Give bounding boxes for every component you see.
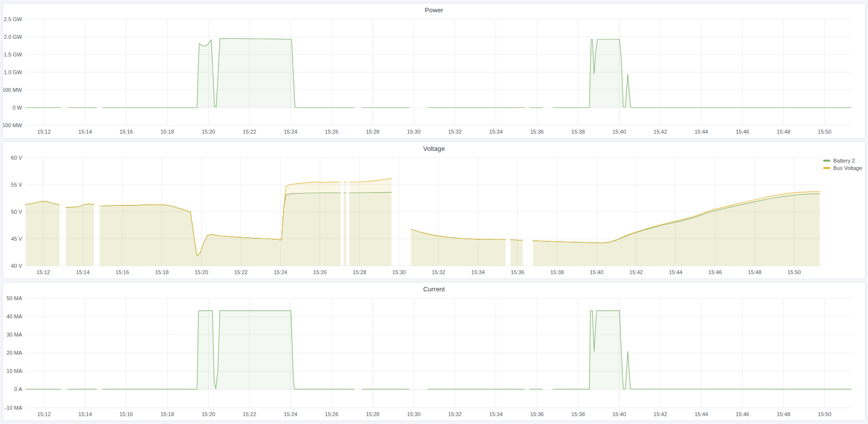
svg-text:0 W: 0 W <box>12 105 22 111</box>
current-chart[interactable]: 15:1215:1415:1615:1815:2015:2215:2415:26… <box>3 295 865 421</box>
svg-text:15:32: 15:32 <box>432 269 446 275</box>
svg-text:15:24: 15:24 <box>274 269 287 275</box>
svg-text:15:26: 15:26 <box>313 269 327 275</box>
svg-text:15:50: 15:50 <box>818 129 832 135</box>
svg-text:15:46: 15:46 <box>736 129 750 135</box>
svg-text:15:40: 15:40 <box>613 129 626 135</box>
svg-text:15:20: 15:20 <box>201 129 215 135</box>
svg-text:15:24: 15:24 <box>284 129 298 135</box>
legend: Battery 2 Bus Voltage <box>823 158 862 171</box>
svg-text:15:28: 15:28 <box>366 129 380 135</box>
svg-text:40 MA: 40 MA <box>6 313 22 319</box>
panel-current: Current 15:1215:1415:1615:1815:2015:2215… <box>2 282 866 421</box>
svg-text:15:14: 15:14 <box>79 129 92 135</box>
svg-text:50 V: 50 V <box>11 209 22 215</box>
svg-text:15:30: 15:30 <box>392 269 406 275</box>
panel-title-current[interactable]: Current <box>3 283 865 295</box>
svg-text:15:22: 15:22 <box>243 129 256 135</box>
svg-text:15:46: 15:46 <box>736 411 750 417</box>
svg-text:15:16: 15:16 <box>119 411 133 417</box>
power-chart[interactable]: 15:1215:1415:1615:1815:2015:2215:2415:26… <box>3 16 865 138</box>
svg-text:1.0 GW: 1.0 GW <box>4 69 23 75</box>
legend-label-bus-voltage: Bus Voltage <box>833 165 862 171</box>
svg-text:15:50: 15:50 <box>787 269 801 275</box>
voltage-chart[interactable]: 15:1215:1415:1615:1815:2015:2215:2415:26… <box>3 155 865 279</box>
svg-text:15:38: 15:38 <box>571 129 585 135</box>
legend-label-battery-2: Battery 2 <box>833 158 855 164</box>
svg-text:15:32: 15:32 <box>448 411 462 417</box>
svg-text:15:44: 15:44 <box>695 411 708 417</box>
battery-2-series-swatch <box>823 160 830 162</box>
svg-text:15:40: 15:40 <box>590 269 604 275</box>
svg-text:45 V: 45 V <box>11 236 22 242</box>
svg-text:15:42: 15:42 <box>653 129 667 135</box>
svg-text:2.0 GW: 2.0 GW <box>4 34 23 40</box>
svg-text:15:48: 15:48 <box>748 269 762 275</box>
svg-text:15:34: 15:34 <box>471 269 485 275</box>
svg-text:15:42: 15:42 <box>629 269 643 275</box>
svg-text:15:22: 15:22 <box>243 411 256 417</box>
svg-text:15:36: 15:36 <box>511 269 525 275</box>
svg-text:10 MA: 10 MA <box>6 368 22 374</box>
svg-text:15:12: 15:12 <box>37 411 51 417</box>
svg-text:15:44: 15:44 <box>669 269 683 275</box>
legend-item-bus-voltage[interactable]: Bus Voltage <box>823 165 862 171</box>
svg-text:15:48: 15:48 <box>777 411 790 417</box>
svg-text:15:20: 15:20 <box>195 269 208 275</box>
svg-text:30 MA: 30 MA <box>6 332 22 338</box>
svg-text:15:18: 15:18 <box>155 269 169 275</box>
svg-text:15:30: 15:30 <box>407 129 421 135</box>
svg-text:15:16: 15:16 <box>115 269 129 275</box>
legend-item-battery-2[interactable]: Battery 2 <box>823 158 862 164</box>
svg-text:50 MA: 50 MA <box>6 295 22 301</box>
panel-power: Power 15:1215:1415:1615:1815:2015:2215:2… <box>2 3 866 139</box>
svg-text:15:36: 15:36 <box>530 411 544 417</box>
svg-text:15:44: 15:44 <box>695 129 708 135</box>
svg-text:15:26: 15:26 <box>325 411 338 417</box>
bus-voltage-series-swatch <box>823 167 830 169</box>
svg-text:15:28: 15:28 <box>366 411 380 417</box>
svg-text:15:38: 15:38 <box>550 269 564 275</box>
svg-text:55 V: 55 V <box>11 182 22 188</box>
svg-text:15:14: 15:14 <box>79 411 92 417</box>
svg-text:15:50: 15:50 <box>818 411 832 417</box>
svg-text:500 MW: 500 MW <box>3 87 23 93</box>
svg-text:15:12: 15:12 <box>36 269 50 275</box>
svg-text:15:34: 15:34 <box>489 129 503 135</box>
svg-text:15:18: 15:18 <box>161 129 174 135</box>
svg-text:1.5 GW: 1.5 GW <box>4 52 23 57</box>
svg-text:-10 MA: -10 MA <box>5 405 23 411</box>
panel-title-voltage[interactable]: Voltage <box>3 142 865 155</box>
svg-text:20 MA: 20 MA <box>6 350 22 356</box>
svg-text:15:22: 15:22 <box>234 269 248 275</box>
svg-text:15:46: 15:46 <box>708 269 722 275</box>
svg-text:15:24: 15:24 <box>284 411 298 417</box>
svg-text:15:42: 15:42 <box>653 411 667 417</box>
panel-title-power[interactable]: Power <box>3 3 865 16</box>
svg-text:15:16: 15:16 <box>119 129 133 135</box>
panel-voltage: Voltage 15:1215:1415:1615:1815:2015:2215… <box>2 141 866 279</box>
svg-text:15:30: 15:30 <box>407 411 421 417</box>
svg-text:15:36: 15:36 <box>530 129 544 135</box>
svg-text:15:26: 15:26 <box>325 129 338 135</box>
svg-text:15:18: 15:18 <box>161 411 174 417</box>
svg-text:60 V: 60 V <box>11 155 22 161</box>
svg-text:40 V: 40 V <box>11 263 22 269</box>
svg-text:15:14: 15:14 <box>76 269 90 275</box>
svg-text:-500 MW: -500 MW <box>3 122 23 128</box>
svg-text:15:38: 15:38 <box>571 411 585 417</box>
svg-text:15:12: 15:12 <box>37 129 51 135</box>
svg-text:15:32: 15:32 <box>448 129 462 135</box>
svg-text:15:40: 15:40 <box>613 411 626 417</box>
svg-text:15:20: 15:20 <box>201 411 215 417</box>
svg-text:0 A: 0 A <box>14 386 23 392</box>
svg-text:15:28: 15:28 <box>353 269 366 275</box>
svg-text:15:48: 15:48 <box>777 129 790 135</box>
svg-text:15:34: 15:34 <box>489 411 503 417</box>
svg-text:2.5 GW: 2.5 GW <box>4 16 23 22</box>
